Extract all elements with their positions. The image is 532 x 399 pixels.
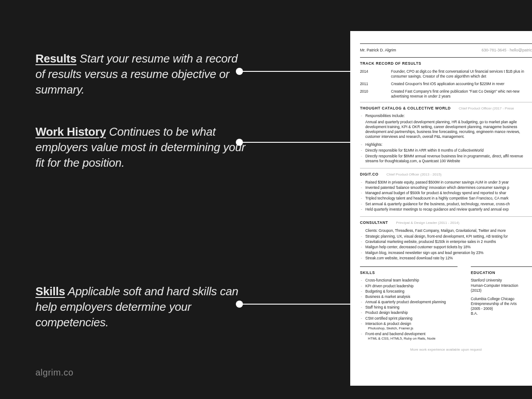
list-item: Held quarterly investor meetings to reca…: [365, 207, 532, 212]
list-item: Annual & quarterly product development p…: [365, 300, 458, 305]
clients-line: Clients: Groupon, Threadless, Fast Compa…: [360, 228, 532, 233]
callout-work-history: Work History Continues to be what employ…: [35, 124, 248, 171]
list-item: Set annual & quarterly guidance for the …: [365, 202, 532, 207]
more-experience-note: More work experience available upon requ…: [360, 348, 532, 352]
edu-degree: B.A.: [471, 311, 532, 316]
list-item: CSM certified sprint planning: [365, 316, 458, 321]
edu-year: (2013): [471, 288, 532, 293]
list-item: Raised $30M in private equity, passed $5…: [365, 180, 532, 185]
connector-line: [239, 142, 350, 143]
edu-program: Human-Computer Interaction: [471, 283, 532, 288]
callout-results-label: Results: [35, 52, 77, 65]
edu-year: (2005 - 2009): [471, 306, 532, 311]
list-item: Directly responsible for $1MM in ARR wit…: [365, 148, 532, 153]
resume-contact: 630-781-3645 · hello@patric: [481, 47, 532, 53]
list-item: Mailgun help center, decreased customer …: [365, 245, 532, 250]
callout-skills: Skills Applicable soft and hard skills c…: [35, 284, 248, 330]
list-item: Staff hiring & training: [365, 305, 458, 310]
edu-school: Columbia College Chicago: [471, 297, 532, 301]
list-item: Product design leadership: [365, 310, 458, 315]
list-item: Strategic planning, UX, visual design, f…: [365, 234, 532, 239]
edu-school: Stanford University: [471, 278, 532, 283]
footer-brand: algrim.co: [35, 368, 74, 378]
callout-skills-text: Applicable soft and hard skills can help…: [35, 285, 238, 329]
section-title-track: TRACK RECORD OF RESULTS: [360, 61, 532, 66]
section-title-skills: SKILLS: [360, 270, 458, 275]
list-item: Business & market analysis: [365, 294, 458, 299]
list-item: Managed annual budget of $500k for produ…: [365, 191, 532, 196]
section-title-education: EDUCATION: [471, 270, 532, 275]
list-item: Directly responsible for $8MM annual rev…: [365, 154, 532, 164]
list-item: Front-end and backend development HTML &…: [365, 332, 458, 341]
responsibilities-label: Responsibilities Include: Annual and qua…: [365, 113, 532, 139]
track-row: 2014 Founder, CPO at digit.co the first …: [360, 69, 532, 79]
callout-results: Results Start your resume with a record …: [35, 51, 248, 98]
connector-line: [239, 71, 350, 72]
list-item: KPI driven product leadership: [365, 284, 458, 289]
list-item: Invented patented 'balance smoothing' in…: [365, 185, 532, 190]
section-title-job3: CONSULTANTPrincipal & Design Leader (201…: [360, 220, 532, 226]
track-row: 2011 Created Groupon's first iOS applica…: [360, 82, 532, 86]
list-item: Mailgun blog, increased newsletter sign …: [365, 250, 532, 255]
section-title-job1: THOUGHT CATALOG & COLLECTIVE WORLDChief …: [360, 106, 532, 111]
list-item: Interaction & product design Photoshop, …: [365, 321, 458, 331]
connector-line: [239, 304, 350, 305]
track-row: 2010 Created Fast Company's first online…: [360, 89, 532, 99]
list-item: Gravitational marketing website, produce…: [365, 239, 532, 244]
resume-document: Mr. Patrick D. Algrim 630-781-3645 · hel…: [350, 31, 532, 386]
resume-name: Mr. Patrick D. Algrim: [360, 47, 396, 53]
list-item: Tripled technology talent and headcount …: [365, 196, 532, 201]
edu-program: Entrepreneurship of the Arts: [471, 301, 532, 306]
callout-skills-label: Skills: [35, 285, 65, 298]
section-title-job2: DIGIT.COChief Product Officer (2013 - 20…: [360, 172, 532, 177]
list-item: Budgeting & forecasting: [365, 289, 458, 294]
callout-work-label: Work History: [35, 125, 106, 138]
list-item: Cross-functional team leadership: [365, 278, 458, 283]
list-item: Streak.com website, increased download r…: [365, 256, 532, 261]
